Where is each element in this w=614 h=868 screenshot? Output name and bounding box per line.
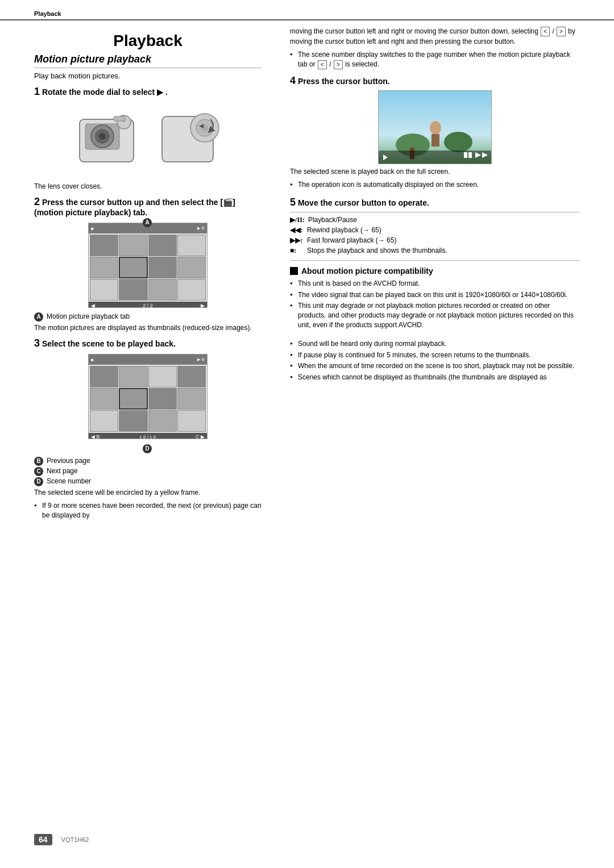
step2-grid: ■ ▶ ⚙ [88, 223, 208, 308]
about-bullet-1: This unit is based on the AVCHD format. [290, 279, 580, 289]
thumb-cell [119, 388, 147, 410]
operate-item-stop: ■: Stops the playback and shows the thum… [290, 247, 580, 255]
thumb-cell [119, 279, 147, 301]
thumb-cell [119, 235, 147, 256]
thumb-cell [119, 257, 147, 278]
label-c-line: C Next page [34, 467, 262, 476]
thumb-cell [177, 410, 206, 432]
operate-item-fastfwd: ▶▶: Fast forward playback (→ 65) [290, 236, 580, 245]
thumb-cell [119, 366, 147, 387]
step2-caption-b: The motion pictures are displayed as thu… [34, 324, 262, 332]
label-d-line: D Scene number [34, 477, 262, 486]
step3-right-bullets: The scene number display switches to the… [290, 50, 580, 69]
page-title: Playback [34, 32, 262, 50]
step4-playback-image [378, 90, 492, 164]
label-b-line: B Previous page [34, 457, 262, 466]
step3-diagram-container: ■ ▶ ⚙ [77, 354, 219, 453]
page-footer: 64 VQT1H62 [34, 834, 580, 845]
about-heading: About motion picture compatibility [290, 266, 580, 276]
svg-rect-22 [468, 152, 472, 158]
bullet-item: The scene number display switches to the… [290, 50, 580, 69]
step1-diagram [34, 102, 262, 178]
step3-right-text: moving the cursor button left and right … [290, 26, 580, 47]
svg-rect-7 [114, 116, 125, 121]
step2-diagram-container: A ■ ▶ ⚙ [82, 223, 213, 308]
thumb-cell [90, 257, 118, 278]
thumb-cell [90, 279, 118, 301]
about-bullets-2: Sound will be heard only during normal p… [290, 339, 580, 382]
label-a-position: A [143, 218, 153, 227]
content-area: Playback Motion picture playback Play ba… [0, 20, 614, 523]
svg-point-17 [430, 121, 441, 135]
step4-bullets: The operation icon is automatically disp… [290, 180, 580, 190]
label-a-caption: A Motion picture playback tab [34, 312, 262, 322]
step1-caption: The lens cover closes. [34, 182, 262, 190]
page-label: Playback [0, 0, 614, 20]
thumb-cell [90, 366, 118, 387]
thumb-cell [177, 366, 206, 387]
page-number: 64 [34, 834, 52, 845]
section-heading: Motion picture playback [34, 53, 262, 68]
scene-nav-bar: ◀ B 1 6 / 1 6 C ▶ [89, 433, 207, 439]
thumb-cell [90, 410, 118, 432]
spacer [290, 332, 580, 337]
thumb-cell [148, 366, 177, 387]
about-bullet-7: Scenes which cannot be displayed as thum… [290, 373, 580, 382]
step2-heading: 2 Press the cursor button up and then se… [34, 196, 262, 217]
thumb-cell [177, 257, 206, 278]
playback-svg [379, 91, 492, 164]
svg-rect-19 [379, 151, 492, 164]
thumb-cell [90, 235, 118, 256]
label-text: Playback [34, 10, 61, 17]
page-code: VQT1H62 [61, 836, 89, 843]
thumb-cell [148, 388, 177, 410]
thumb-cell [148, 410, 177, 432]
operate-item-rewind: ◀◀: Rewind playback (→ 65) [290, 226, 580, 235]
thumb-cell [148, 235, 177, 256]
step4-heading: 4 Press the cursor button. [290, 75, 580, 87]
thumb-cell [177, 388, 206, 410]
thumb-grid-inner [89, 233, 207, 302]
step5-heading: 5 Move the cursor button to operate. [290, 197, 580, 208]
step5-operate-list: ▶/II: Playback/Pause ◀◀: Rewind playback… [290, 212, 580, 261]
circle-a: A [143, 218, 152, 227]
thumb-cell [148, 279, 177, 301]
step3-grid: ■ ▶ ⚙ [88, 354, 208, 439]
step3-caption1: The selected scene will be encircled by … [34, 489, 262, 496]
bullet-item: If 9 or more scenes have been recorded, … [34, 501, 262, 520]
step4-caption1: The selected scene is played back on the… [290, 168, 580, 176]
thumb-cell [148, 257, 177, 278]
thumb-cell [177, 235, 206, 256]
about-bullet-6: When the amount of time recorded on the … [290, 361, 580, 371]
about-bullet-4: Sound will be heard only during normal p… [290, 339, 580, 349]
operate-item-play: ▶/II: Playback/Pause [290, 216, 580, 224]
page-wrapper: Playback Playback Motion picture playbac… [0, 0, 614, 868]
about-bullet-2: The video signal that can be played back… [290, 290, 580, 300]
about-bullets: This unit is based on the AVCHD format. … [290, 279, 580, 330]
step3-bullets: If 9 or more scenes have been recorded, … [34, 501, 262, 520]
label-d-below: D [77, 444, 219, 453]
about-bullet-5: If pause play is continued for 5 minutes… [290, 350, 580, 360]
black-square-icon [290, 267, 298, 275]
bullet-item: The operation icon is automatically disp… [290, 180, 580, 190]
intro-text: Play back motion pictures. [34, 72, 262, 80]
right-column: moving the cursor button left and right … [279, 20, 580, 523]
scene-grid-inner [89, 365, 207, 433]
thumb-cell [90, 388, 118, 410]
step3-heading: 3 Select the scene to be played back. [34, 337, 262, 349]
svg-point-15 [444, 132, 472, 152]
thumb-cell [119, 410, 147, 432]
about-bullet-3: This unit may degrade or not playback mo… [290, 301, 580, 329]
svg-rect-18 [432, 134, 439, 147]
svg-point-4 [99, 133, 106, 140]
left-column: Playback Motion picture playback Play ba… [34, 20, 279, 523]
thumb-cell [177, 279, 206, 301]
camera-diagram-svg [74, 102, 222, 176]
thumb-nav-bar: ◀ 2 / 2 ▶ [89, 302, 207, 308]
svg-rect-21 [464, 152, 467, 158]
step1-heading: 1 Rotate the mode dial to select ▶ . [34, 86, 262, 98]
